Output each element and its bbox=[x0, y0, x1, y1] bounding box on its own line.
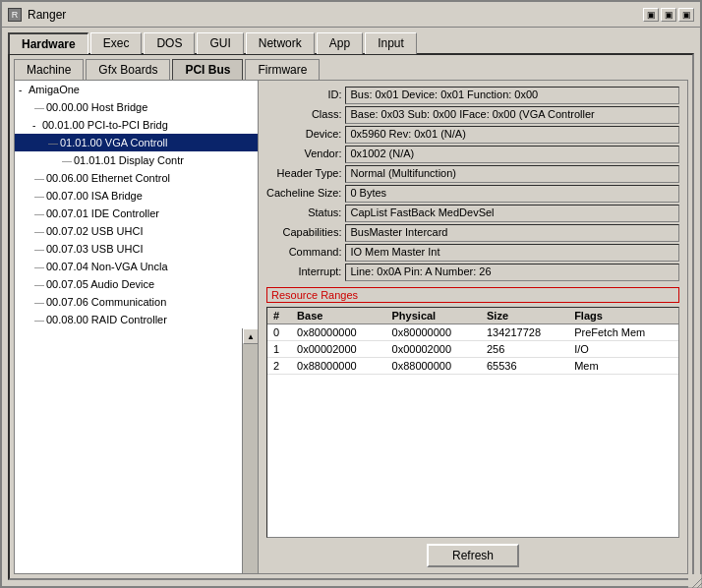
row2-physical: 0x88000000 bbox=[386, 358, 481, 375]
table-row: 2 0x88000000 0x88000000 65536 Mem bbox=[267, 358, 678, 375]
tab-exec[interactable]: Exec bbox=[90, 32, 143, 54]
resource-table-container: # Base Physical Size Flags 0 bbox=[266, 307, 679, 538]
cacheline-value: 0 Bytes bbox=[345, 185, 679, 203]
row0-physical: 0x80000000 bbox=[386, 324, 481, 341]
table-row: 1 0x00002000 0x00002000 256 I/O bbox=[267, 341, 678, 358]
tab-gui[interactable]: GUI bbox=[197, 32, 243, 54]
tree-item-usb1[interactable]: — 00.07.02 USB UHCI bbox=[15, 222, 258, 240]
tab-content-area: Machine Gfx Boards PCI Bus Firmware - Am… bbox=[8, 53, 694, 580]
row2-num: 2 bbox=[267, 358, 291, 375]
tree-item-non-vga[interactable]: — 00.07.04 Non-VGA Uncla bbox=[15, 258, 258, 275]
vendor-label: Vendor: bbox=[266, 146, 341, 163]
tree-item-ide[interactable]: — 00.07.01 IDE Controller bbox=[15, 205, 258, 222]
id-value: Bus: 0x01 Device: 0x01 Function: 0x00 bbox=[345, 87, 679, 104]
refresh-area: Refresh bbox=[259, 538, 687, 573]
device-label: Device: bbox=[266, 126, 341, 144]
capabilities-value: BusMaster Intercard bbox=[345, 224, 679, 242]
col-base: Base bbox=[291, 308, 385, 324]
restore-button[interactable]: ▣ bbox=[678, 8, 694, 22]
row0-base: 0x80000000 bbox=[291, 324, 385, 341]
vendor-value: 0x1002 (N/A) bbox=[345, 146, 679, 163]
resource-title: Resource Ranges bbox=[267, 289, 362, 301]
row1-num: 1 bbox=[267, 341, 291, 358]
tab-pci-bus[interactable]: PCI Bus bbox=[172, 59, 243, 80]
window-title: Ranger bbox=[28, 8, 637, 22]
tree-scrollbar[interactable]: ▲ ▼ bbox=[242, 328, 258, 573]
tree-panel: - AmigaOne — 00.00.00 Host Bridge - 00.0… bbox=[15, 81, 259, 573]
title-bar-buttons: ▣ ▣ ▣ bbox=[643, 8, 694, 22]
tab-hardware[interactable]: Hardware bbox=[8, 32, 88, 54]
resource-section: Resource Ranges # Base Physical Size Fla… bbox=[259, 287, 687, 538]
id-label: ID: bbox=[266, 87, 341, 104]
tab-firmware[interactable]: Firmware bbox=[245, 59, 320, 80]
window-icon: R bbox=[8, 8, 22, 22]
col-num: # bbox=[267, 308, 291, 324]
tab-input[interactable]: Input bbox=[365, 32, 417, 54]
header-type-label: Header Type: bbox=[266, 165, 341, 183]
cacheline-label: Cacheline Size: bbox=[266, 185, 341, 203]
tab-network[interactable]: Network bbox=[246, 32, 315, 54]
top-tabs: Hardware Exec DOS GUI Network App Input bbox=[2, 28, 700, 53]
tab-app[interactable]: App bbox=[317, 32, 363, 54]
row2-base: 0x88000000 bbox=[291, 358, 385, 375]
tree-item-usb2[interactable]: — 00.07.03 USB UHCI bbox=[15, 240, 258, 258]
class-value: Base: 0x03 Sub: 0x00 IFace: 0x00 (VGA Co… bbox=[345, 106, 679, 124]
tab-dos[interactable]: DOS bbox=[144, 32, 195, 54]
tree-item-raid[interactable]: — 00.08.00 RAID Controller bbox=[15, 311, 258, 328]
second-tabs: Machine Gfx Boards PCI Bus Firmware bbox=[10, 55, 692, 80]
command-label: Command: bbox=[266, 244, 341, 262]
tree-item-amigaone[interactable]: - AmigaOne bbox=[15, 81, 258, 98]
col-physical: Physical bbox=[386, 308, 481, 324]
svg-line-2 bbox=[692, 578, 702, 588]
row2-size: 65536 bbox=[481, 358, 568, 375]
row1-base: 0x00002000 bbox=[291, 341, 385, 358]
col-size: Size bbox=[481, 308, 568, 324]
main-window: R Ranger ▣ ▣ ▣ Hardware Exec DOS GUI Net… bbox=[0, 0, 702, 588]
scroll-up-button[interactable]: ▲ bbox=[243, 328, 259, 344]
refresh-button[interactable]: Refresh bbox=[427, 544, 519, 567]
resource-table: # Base Physical Size Flags 0 bbox=[267, 308, 678, 375]
status-value: CapList FastBack MedDevSel bbox=[345, 205, 679, 222]
interrupt-label: Interrupt: bbox=[266, 264, 341, 281]
col-flags: Flags bbox=[568, 308, 678, 324]
tree-item-audio[interactable]: — 00.07.05 Audio Device bbox=[15, 275, 258, 293]
interrupt-value: Line: 0x0A Pin: A Number: 26 bbox=[345, 264, 679, 281]
tree-item-host-bridge[interactable]: — 00.00.00 Host Bridge bbox=[15, 98, 258, 116]
header-type-value: Normal (Multifunction) bbox=[345, 165, 679, 183]
info-grid: ID: Bus: 0x01 Device: 0x01 Function: 0x0… bbox=[259, 81, 687, 287]
command-value: IO Mem Master Int bbox=[345, 244, 679, 262]
resize-corner[interactable] bbox=[688, 574, 702, 588]
table-row: 0 0x80000000 0x80000000 134217728 PreFet… bbox=[267, 324, 678, 341]
tree-item-vga-controller[interactable]: — 01.01.00 VGA Controll bbox=[15, 134, 258, 151]
tree-item-display-contr[interactable]: — 01.01.01 Display Contr bbox=[15, 151, 258, 169]
row1-size: 256 bbox=[481, 341, 568, 358]
resize-icon bbox=[688, 574, 702, 588]
title-bar: R Ranger ▣ ▣ ▣ bbox=[2, 2, 700, 28]
tree-item-ethernet[interactable]: — 00.06.00 Ethernet Control bbox=[15, 169, 258, 187]
row1-physical: 0x00002000 bbox=[386, 341, 481, 358]
tree-item-comm[interactable]: — 00.07.06 Communication bbox=[15, 293, 258, 311]
main-content: - AmigaOne — 00.00.00 Host Bridge - 00.0… bbox=[14, 80, 688, 574]
row0-flags: PreFetch Mem bbox=[568, 324, 678, 341]
capabilities-label: Capabilities: bbox=[266, 224, 341, 242]
device-value: 0x5960 Rev: 0x01 (N/A) bbox=[345, 126, 679, 144]
status-label: Status: bbox=[266, 205, 341, 222]
maximize-button[interactable]: ▣ bbox=[661, 8, 676, 22]
svg-line-3 bbox=[697, 583, 702, 588]
row2-flags: Mem bbox=[568, 358, 678, 375]
minimize-button[interactable]: ▣ bbox=[643, 8, 659, 22]
row1-flags: I/O bbox=[568, 341, 678, 358]
row0-size: 134217728 bbox=[481, 324, 568, 341]
tab-gfx-boards[interactable]: Gfx Boards bbox=[86, 59, 170, 80]
tab-machine[interactable]: Machine bbox=[14, 59, 84, 80]
row0-num: 0 bbox=[267, 324, 291, 341]
tree-item-isa-bridge[interactable]: — 00.07.00 ISA Bridge bbox=[15, 187, 258, 205]
details-panel: ID: Bus: 0x01 Device: 0x01 Function: 0x0… bbox=[259, 81, 687, 573]
scroll-track[interactable] bbox=[243, 344, 258, 573]
class-label: Class: bbox=[266, 106, 341, 124]
tree-item-pci-bridge[interactable]: - 00.01.00 PCI-to-PCI Bridg bbox=[15, 116, 258, 134]
